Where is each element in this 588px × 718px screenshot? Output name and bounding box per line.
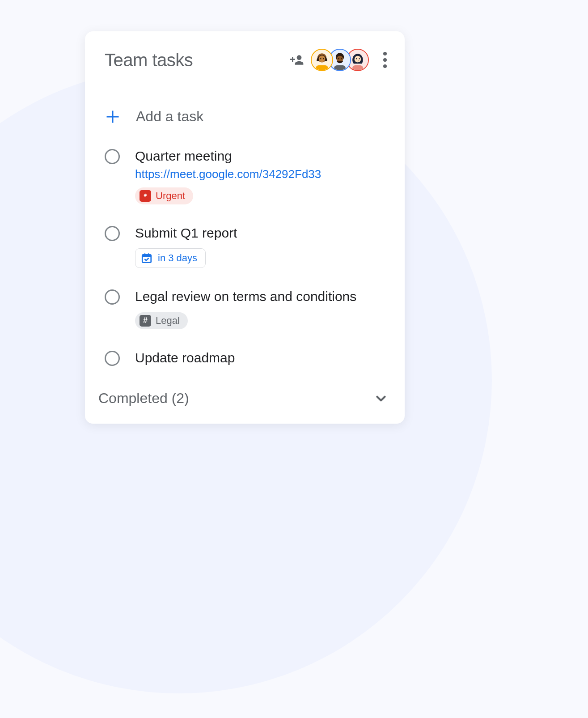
task-checkbox[interactable] (105, 149, 120, 164)
completed-label: Completed (2) (98, 390, 189, 407)
svg-point-17 (359, 58, 360, 59)
svg-point-16 (356, 58, 357, 59)
task-row[interactable]: Update roadmap (85, 339, 405, 377)
due-date-label: in 3 days (158, 252, 197, 264)
calendar-check-icon (141, 252, 152, 264)
task-title: Quarter meeting (135, 147, 385, 166)
svg-point-12 (341, 58, 342, 59)
chevron-down-icon (373, 391, 389, 406)
avatars[interactable] (311, 49, 369, 71)
svg-point-6 (323, 58, 324, 59)
task-title: Legal review on terms and conditions (135, 288, 385, 306)
tag-label: Legal (156, 315, 180, 327)
svg-point-14 (355, 56, 361, 63)
task-checkbox[interactable] (105, 289, 120, 305)
svg-point-11 (338, 58, 339, 59)
avatar-member-1[interactable] (311, 49, 333, 71)
task-checkbox[interactable] (105, 226, 120, 241)
add-person-icon[interactable] (289, 52, 305, 68)
tasks-card: Team tasks (85, 31, 405, 424)
add-task-label: Add a task (136, 108, 203, 125)
task-title: Update roadmap (135, 349, 385, 367)
card-header: Team tasks (85, 31, 405, 77)
svg-point-5 (320, 58, 321, 59)
task-title: Submit Q1 report (135, 224, 385, 242)
task-row[interactable]: Legal review on terms and conditions # L… (85, 278, 405, 339)
svg-point-3 (319, 55, 326, 62)
completed-section-toggle[interactable]: Completed (2) (85, 377, 405, 420)
task-row[interactable]: Quarter meeting https://meet.google.com/… (85, 137, 405, 214)
list-title: Team tasks (105, 50, 289, 70)
svg-point-0 (297, 55, 302, 60)
svg-rect-21 (148, 253, 149, 255)
due-date-chip[interactable]: in 3 days (135, 248, 206, 268)
task-body: Quarter meeting https://meet.google.com/… (135, 147, 385, 204)
svg-rect-15 (352, 65, 363, 70)
tag-label: Urgent (156, 190, 185, 202)
siren-icon (140, 190, 151, 202)
task-body: Submit Q1 report in 3 days (135, 224, 385, 268)
svg-rect-10 (334, 65, 346, 70)
header-actions (289, 48, 390, 72)
task-body: Update roadmap (135, 349, 385, 367)
task-row[interactable]: Submit Q1 report in 3 days (85, 214, 405, 278)
more-menu-icon[interactable] (380, 48, 390, 72)
svg-rect-20 (144, 253, 146, 255)
add-task-button[interactable]: Add a task (85, 77, 405, 137)
svg-rect-19 (142, 255, 151, 257)
tag-urgent[interactable]: Urgent (135, 187, 193, 204)
task-checkbox[interactable] (105, 351, 120, 366)
svg-rect-4 (316, 65, 328, 70)
hash-icon: # (140, 315, 151, 327)
task-link[interactable]: https://meet.google.com/34292Fd33 (135, 167, 385, 181)
plus-icon (105, 109, 121, 125)
task-body: Legal review on terms and conditions # L… (135, 288, 385, 329)
tag-legal[interactable]: # Legal (135, 312, 188, 329)
